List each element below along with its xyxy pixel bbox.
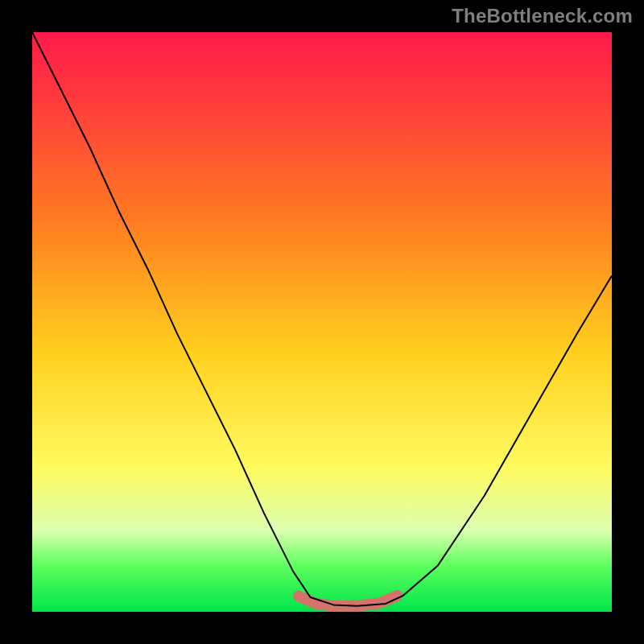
curve-svg <box>32 32 612 612</box>
chart-frame: TheBottleneck.com <box>0 0 644 644</box>
v-curve-path <box>32 32 612 606</box>
plot-area <box>32 32 612 612</box>
watermark-text: TheBottleneck.com <box>452 5 633 27</box>
